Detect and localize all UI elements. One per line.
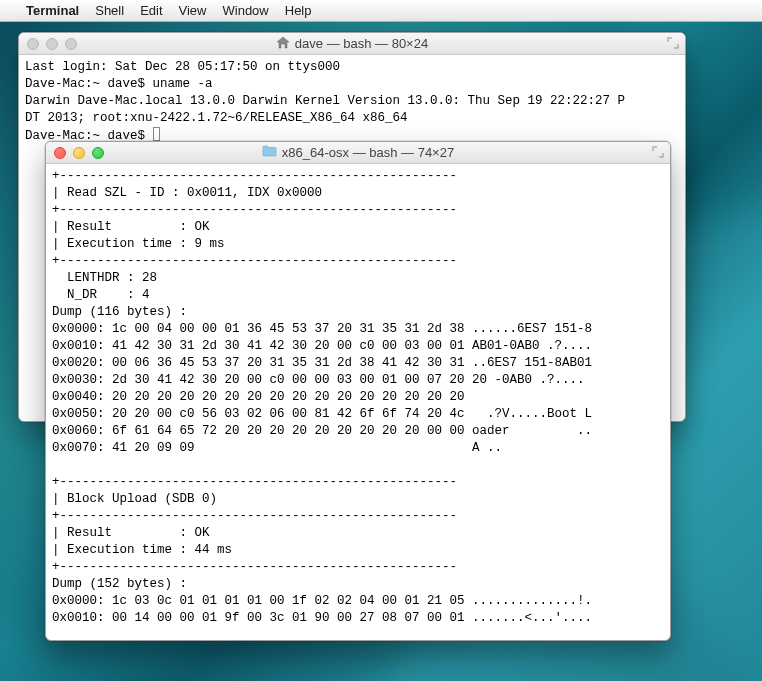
menu-help[interactable]: Help [285, 3, 312, 18]
menu-edit[interactable]: Edit [140, 3, 162, 18]
titlebar-front[interactable]: x86_64-osx — bash — 74×27 [46, 142, 670, 164]
window-title: x86_64-osx — bash — 74×27 [282, 145, 454, 160]
fullscreen-icon[interactable] [667, 37, 679, 49]
close-button[interactable] [54, 147, 66, 159]
fullscreen-icon[interactable] [652, 146, 664, 158]
macos-menubar: Terminal Shell Edit View Window Help [0, 0, 762, 22]
zoom-button[interactable] [92, 147, 104, 159]
menu-shell[interactable]: Shell [95, 3, 124, 18]
terminal-window-front[interactable]: x86_64-osx — bash — 74×27 +-------------… [45, 141, 671, 641]
minimize-button[interactable] [73, 147, 85, 159]
close-button[interactable] [27, 38, 39, 50]
home-icon [276, 36, 290, 52]
menu-window[interactable]: Window [223, 3, 269, 18]
menu-view[interactable]: View [179, 3, 207, 18]
zoom-button[interactable] [65, 38, 77, 50]
window-title: dave — bash — 80×24 [295, 36, 428, 51]
terminal-output-front[interactable]: +---------------------------------------… [46, 164, 670, 631]
titlebar-back[interactable]: dave — bash — 80×24 [19, 33, 685, 55]
app-name[interactable]: Terminal [26, 3, 79, 18]
folder-icon [262, 145, 277, 160]
terminal-output-back[interactable]: Last login: Sat Dec 28 05:17:50 on ttys0… [19, 55, 685, 149]
cursor [153, 127, 160, 141]
minimize-button[interactable] [46, 38, 58, 50]
